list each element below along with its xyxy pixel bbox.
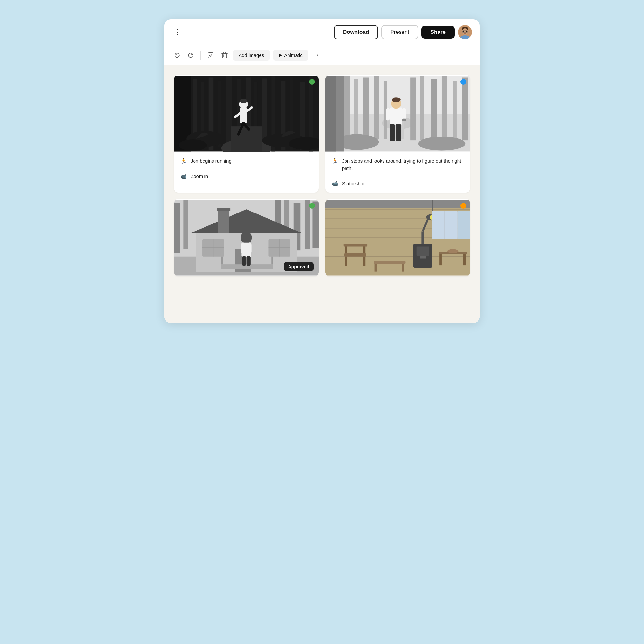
app-container: ⋮ Download Present Share bbox=[164, 19, 480, 323]
svg-rect-130 bbox=[363, 256, 365, 266]
svg-rect-51 bbox=[363, 78, 369, 142]
svg-rect-52 bbox=[374, 76, 379, 139]
storyboard-panel-1: 🏃 Jon begins running 📹 Zoom in bbox=[174, 75, 319, 193]
svg-rect-79 bbox=[183, 200, 188, 249]
svg-rect-133 bbox=[344, 244, 367, 246]
trash-icon bbox=[221, 52, 228, 59]
svg-rect-49 bbox=[344, 76, 350, 139]
svg-rect-134 bbox=[374, 261, 406, 264]
desc-item-action-1: 🏃 Jon begins running bbox=[180, 157, 312, 169]
scene-illustration-4 bbox=[325, 199, 470, 276]
panel-image-2 bbox=[325, 75, 470, 152]
approved-badge: Approved bbox=[284, 262, 314, 271]
storyboard-row-2: Approved bbox=[174, 199, 470, 276]
svg-point-4 bbox=[466, 31, 467, 32]
svg-rect-99 bbox=[249, 243, 252, 253]
svg-rect-83 bbox=[218, 209, 229, 232]
undo-button[interactable] bbox=[172, 51, 182, 60]
svg-rect-69 bbox=[390, 124, 395, 141]
redo-icon bbox=[187, 52, 194, 59]
svg-rect-56 bbox=[431, 79, 437, 140]
more-menu-button[interactable]: ⋮ bbox=[172, 28, 184, 36]
svg-point-36 bbox=[179, 139, 207, 151]
svg-rect-84 bbox=[217, 208, 230, 211]
svg-rect-118 bbox=[458, 211, 470, 239]
add-images-button[interactable]: Add images bbox=[233, 50, 270, 61]
undo-icon bbox=[174, 52, 180, 59]
redo-button[interactable] bbox=[185, 51, 196, 60]
status-dot-4 bbox=[460, 203, 466, 209]
svg-point-66 bbox=[392, 97, 400, 102]
panel-desc-1: 🏃 Jon begins running 📹 Zoom in bbox=[174, 152, 319, 185]
svg-rect-128 bbox=[344, 253, 366, 256]
run-icon-1: 🏃 bbox=[180, 158, 187, 164]
avatar-image bbox=[458, 25, 472, 39]
download-button[interactable]: Download bbox=[334, 25, 378, 39]
svg-rect-38 bbox=[240, 107, 247, 123]
svg-rect-129 bbox=[345, 256, 347, 266]
subtoolbar: Add images Animatic |← bbox=[164, 45, 480, 65]
action-text-2: Jon stops and looks around, trying to fi… bbox=[342, 157, 464, 172]
status-dot-2 bbox=[460, 79, 466, 85]
svg-rect-70 bbox=[396, 124, 401, 141]
svg-rect-59 bbox=[462, 78, 468, 141]
separator-1 bbox=[200, 51, 201, 60]
svg-rect-101 bbox=[247, 256, 251, 265]
svg-rect-125 bbox=[439, 254, 442, 265]
svg-rect-120 bbox=[417, 246, 429, 256]
svg-rect-67 bbox=[386, 108, 390, 120]
camera-icon-1: 📹 bbox=[180, 174, 187, 180]
camera-text-2: Static shot bbox=[342, 180, 365, 187]
checklist-button[interactable] bbox=[205, 51, 216, 60]
collapse-button[interactable]: |← bbox=[314, 52, 322, 59]
svg-rect-111 bbox=[325, 200, 470, 207]
svg-rect-63 bbox=[325, 76, 336, 152]
svg-rect-136 bbox=[402, 264, 404, 271]
svg-point-61 bbox=[418, 137, 466, 150]
scene-illustration-2 bbox=[325, 75, 470, 152]
svg-rect-54 bbox=[410, 78, 416, 141]
status-dot-1 bbox=[309, 79, 315, 85]
toolbar: ⋮ Download Present Share bbox=[164, 19, 480, 45]
desc-item-action-2: 🏃 Jon stops and looks around, trying to … bbox=[332, 157, 464, 176]
svg-rect-78 bbox=[174, 203, 180, 253]
present-button[interactable]: Present bbox=[381, 25, 418, 39]
storyboard-row-1: 🏃 Jon begins running 📹 Zoom in bbox=[174, 75, 470, 193]
svg-rect-68 bbox=[403, 108, 406, 120]
storyboard-panel-4 bbox=[325, 199, 470, 276]
main-content: 🏃 Jon begins running 📹 Zoom in bbox=[164, 65, 480, 323]
animatic-button[interactable]: Animatic bbox=[273, 50, 308, 61]
svg-point-3 bbox=[463, 31, 464, 32]
svg-rect-64 bbox=[390, 107, 403, 125]
svg-rect-100 bbox=[242, 256, 246, 265]
svg-point-40 bbox=[240, 99, 247, 103]
svg-rect-126 bbox=[463, 254, 466, 265]
desc-item-camera-1: 📹 Zoom in bbox=[180, 173, 312, 180]
camera-text-1: Zoom in bbox=[191, 173, 208, 180]
svg-rect-55 bbox=[420, 76, 424, 141]
svg-rect-58 bbox=[453, 81, 457, 139]
avatar[interactable] bbox=[458, 25, 472, 39]
storyboard-panel-3: Approved bbox=[174, 199, 319, 276]
svg-rect-95 bbox=[271, 256, 273, 264]
svg-rect-33 bbox=[231, 126, 262, 151]
play-icon bbox=[279, 53, 282, 57]
svg-rect-94 bbox=[221, 256, 223, 264]
svg-point-96 bbox=[241, 232, 252, 243]
panel-desc-2: 🏃 Jon stops and looks around, trying to … bbox=[325, 152, 470, 193]
animatic-label: Animatic bbox=[284, 52, 303, 58]
svg-rect-98 bbox=[241, 243, 244, 253]
checklist-icon bbox=[207, 52, 214, 59]
svg-rect-135 bbox=[375, 264, 377, 271]
svg-point-127 bbox=[447, 249, 459, 253]
scene-illustration-1 bbox=[174, 75, 319, 152]
storyboard-panel-2: 🏃 Jon stops and looks around, trying to … bbox=[325, 75, 470, 193]
run-icon-2: 🏃 bbox=[332, 158, 338, 164]
svg-rect-121 bbox=[420, 256, 426, 258]
panel-image-3: Approved bbox=[174, 199, 319, 276]
svg-rect-71 bbox=[403, 119, 406, 121]
panel-image-4 bbox=[325, 199, 470, 276]
svg-rect-10 bbox=[222, 53, 227, 58]
delete-button[interactable] bbox=[219, 51, 230, 60]
share-button[interactable]: Share bbox=[421, 26, 455, 39]
